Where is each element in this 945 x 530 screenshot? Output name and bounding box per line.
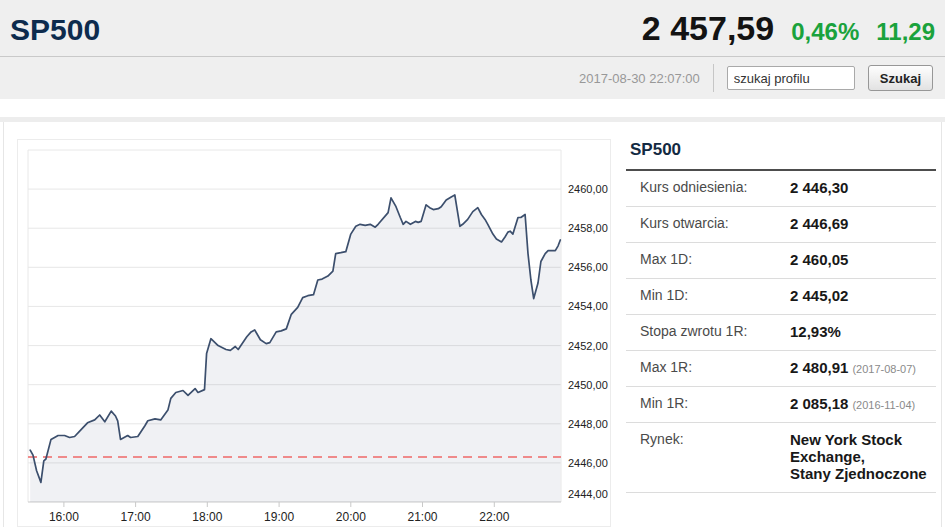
row-value: 2 446,30 bbox=[790, 179, 852, 198]
change-percent: 0,46% bbox=[791, 3, 859, 60]
row-value: 2 480,91(2017-08-07) bbox=[790, 359, 916, 378]
row-label: Kurs otwarcia: bbox=[640, 215, 790, 232]
x-tick-label: 22:00 bbox=[479, 510, 509, 524]
panel-title: SP500 bbox=[630, 140, 936, 169]
table-row: Max 1D: 2 460,05 bbox=[626, 243, 936, 279]
change-absolute: 11,29 bbox=[876, 3, 935, 60]
series-area bbox=[30, 195, 560, 502]
table-row: Rynek: New York Stock Exchange, Stany Zj… bbox=[626, 423, 936, 493]
toolbar: 2017-08-30 22:07:00 Szukaj bbox=[0, 57, 945, 99]
row-label: Rynek: bbox=[640, 431, 790, 448]
main-content: 2444,002446,002448,002450,002452,002454,… bbox=[3, 122, 942, 527]
x-tick-label: 17:00 bbox=[121, 510, 151, 524]
x-tick-label: 19:00 bbox=[264, 510, 294, 524]
row-value: 12,93% bbox=[790, 323, 845, 342]
x-tick-label: 20:00 bbox=[336, 510, 366, 524]
x-tick-label: 21:00 bbox=[407, 510, 437, 524]
row-label: Kurs odniesienia: bbox=[640, 179, 790, 196]
y-tick-label: 2460,00 bbox=[568, 183, 608, 195]
profile-search-input[interactable] bbox=[727, 66, 855, 90]
y-tick-label: 2450,00 bbox=[568, 379, 608, 391]
row-value: 2 446,69 bbox=[790, 215, 852, 234]
table-row: Kurs otwarcia: 2 446,69 bbox=[626, 207, 936, 243]
quote-timestamp: 2017-08-30 22:07:00 bbox=[579, 71, 700, 86]
row-value: 2 085,18(2016-11-04) bbox=[790, 395, 915, 414]
quote-header: SP500 2 457,59 0,46% 11,29 bbox=[0, 0, 945, 57]
info-panel: SP500 Kurs odniesienia: 2 446,30 Kurs ot… bbox=[626, 139, 936, 527]
y-tick-label: 2456,00 bbox=[568, 261, 608, 273]
x-tick-label: 16:00 bbox=[49, 510, 79, 524]
row-label: Max 1R: bbox=[640, 359, 790, 376]
table-row: Max 1R: 2 480,91(2017-08-07) bbox=[626, 351, 936, 387]
y-tick-label: 2448,00 bbox=[568, 418, 608, 430]
table-row: Kurs odniesienia: 2 446,30 bbox=[626, 171, 936, 207]
row-label: Stopa zwrotu 1R: bbox=[640, 323, 790, 340]
last-price: 2 457,59 bbox=[642, 0, 774, 57]
table-row: Min 1D: 2 445,02 bbox=[626, 279, 936, 315]
y-tick-label: 2454,00 bbox=[568, 300, 608, 312]
spacer bbox=[0, 99, 945, 117]
instrument-title: SP500 bbox=[10, 1, 100, 58]
x-axis: 16:0017:0018:0019:0020:0021:0022:00 bbox=[49, 502, 510, 524]
y-tick-label: 2452,00 bbox=[568, 340, 608, 352]
y-tick-label: 2444,00 bbox=[568, 488, 608, 500]
y-tick-label: 2446,00 bbox=[568, 457, 608, 469]
row-value: New York Stock Exchange, Stany Zjednoczo… bbox=[790, 431, 931, 484]
row-label: Min 1R: bbox=[640, 395, 790, 412]
chart-card: 2444,002446,002448,002450,002452,002454,… bbox=[17, 139, 611, 527]
x-tick-label: 18:00 bbox=[192, 510, 222, 524]
row-value: 2 445,02 bbox=[790, 287, 852, 306]
row-label: Max 1D: bbox=[640, 251, 790, 268]
y-tick-label: 2458,00 bbox=[568, 222, 608, 234]
vertical-divider bbox=[713, 64, 714, 92]
table-row: Stopa zwrotu 1R: 12,93% bbox=[626, 315, 936, 351]
price-chart: 2444,002446,002448,002450,002452,002454,… bbox=[18, 140, 610, 526]
row-value: 2 460,05 bbox=[790, 251, 852, 270]
quote-block: 2 457,59 0,46% 11,29 bbox=[642, 0, 935, 60]
search-button[interactable]: Szukaj bbox=[868, 65, 933, 91]
row-label: Min 1D: bbox=[640, 287, 790, 304]
table-row: Min 1R: 2 085,18(2016-11-04) bbox=[626, 387, 936, 423]
